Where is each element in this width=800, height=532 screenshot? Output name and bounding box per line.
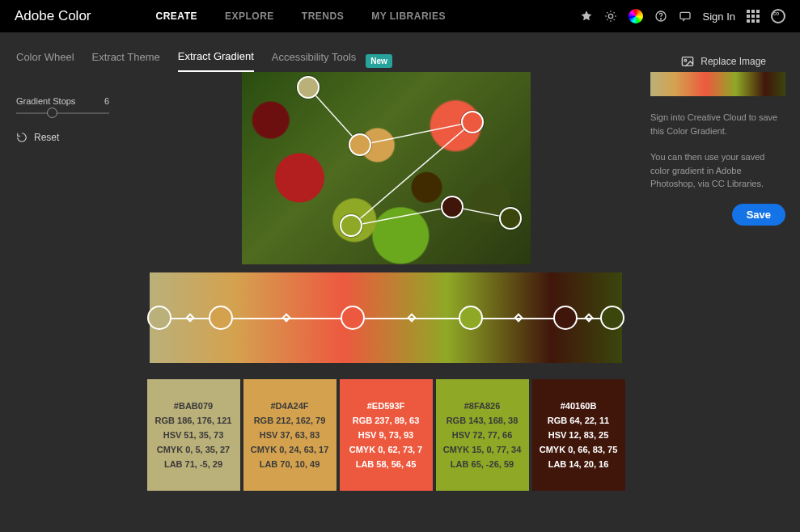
swatch-3-hsv: HSV 72, 77, 66: [452, 430, 513, 440]
swatch-3-cmyk: CMYK 15, 0, 77, 34: [443, 445, 522, 454]
swatch-0-rgb: RGB 186, 176, 121: [155, 416, 232, 425]
star-icon[interactable]: [580, 10, 593, 23]
main-area: Gradient Stops 6 Reset #BAB079RGB 186, 1…: [0, 72, 800, 491]
image-color-point-4[interactable]: [340, 214, 362, 237]
top-nav: CREATEEXPLORETRENDSMY LIBRARIES: [156, 11, 446, 22]
slider-thumb[interactable]: [47, 108, 57, 118]
gradient-midpoint-2[interactable]: [407, 313, 416, 322]
tab-extract-gradient[interactable]: Extract Gradient: [178, 50, 254, 72]
swatch-2-rgb: RGB 237, 89, 63: [353, 416, 420, 425]
reset-label: Reset: [34, 132, 59, 143]
swatch-0-lab: LAB 71, -5, 29: [164, 459, 222, 469]
slider-label: Gradient Stops: [16, 96, 75, 106]
apps-grid-icon[interactable]: [747, 10, 760, 23]
swatch-0-cmyk: CMYK 0, 5, 35, 27: [157, 445, 231, 454]
image-color-point-1[interactable]: [349, 133, 371, 156]
signin-hint-2: You can then use your saved color gradie…: [650, 150, 785, 191]
gradient-stop-2[interactable]: [341, 306, 365, 330]
swatch-2-hex: #ED593F: [367, 401, 404, 411]
swatch-3-lab: LAB 65, -26, 59: [451, 459, 514, 469]
top-bar: Adobe Color CREATEEXPLORETRENDSMY LIBRAR…: [0, 0, 800, 32]
right-panel: Sign into Creative Cloud to save this Co…: [650, 72, 800, 491]
gradient-midpoint-1[interactable]: [282, 313, 291, 322]
slider-value: 6: [104, 96, 109, 106]
swatch-2-hsv: HSV 9, 73, 93: [358, 430, 414, 440]
topnav-create[interactable]: CREATE: [156, 11, 197, 22]
swatch-4-rgb: RGB 64, 22, 11: [548, 416, 609, 425]
svg-point-2: [660, 19, 661, 19]
image-color-point-3[interactable]: [441, 196, 463, 218]
swatch-1[interactable]: #D4A24FRGB 212, 162, 79HSV 37, 63, 83CMY…: [243, 379, 337, 491]
creative-cloud-icon[interactable]: [771, 9, 785, 23]
svg-point-0: [608, 14, 612, 18]
color-wheel-icon[interactable]: [629, 9, 643, 23]
slider-header: Gradient Stops 6: [16, 96, 109, 106]
topnav-explore[interactable]: EXPLORE: [225, 11, 274, 22]
swatch-1-hex: #D4A24F: [270, 401, 308, 411]
tab-color-wheel[interactable]: Color Wheel: [16, 51, 74, 71]
gradient-stop-1[interactable]: [209, 306, 233, 330]
brightness-icon[interactable]: [604, 10, 617, 23]
swatch-0-hex: #BAB079: [174, 401, 213, 411]
save-button[interactable]: Save: [732, 204, 785, 226]
swatch-1-cmyk: CMYK 0, 24, 63, 17: [251, 445, 329, 454]
sub-tabs: Color WheelExtract ThemeExtract Gradient…: [0, 32, 800, 72]
image-color-point-2[interactable]: [461, 111, 484, 133]
left-panel: Gradient Stops 6 Reset: [0, 72, 121, 491]
gradient-stops-slider[interactable]: [16, 112, 109, 114]
swatch-1-rgb: RGB 212, 162, 79: [254, 416, 326, 425]
gradient-strip[interactable]: [150, 272, 622, 363]
new-badge: New: [366, 54, 392, 68]
swatch-4-lab: LAB 14, 20, 16: [548, 459, 609, 469]
connector-lines: [242, 72, 531, 264]
gradient-stop-5[interactable]: [600, 306, 624, 330]
swatch-2-cmyk: CMYK 0, 62, 73, 7: [349, 445, 423, 454]
feedback-icon[interactable]: [679, 10, 692, 23]
gradient-midpoint-0[interactable]: [185, 313, 194, 322]
tab-extract-theme[interactable]: Extract Theme: [92, 51, 160, 71]
sign-in-link[interactable]: Sign In: [703, 11, 735, 23]
swatch-1-hsv: HSV 37, 63, 83: [260, 430, 320, 440]
swatch-4-cmyk: CMYK 0, 66, 83, 75: [540, 445, 618, 454]
center-panel: #BAB079RGB 186, 176, 121HSV 51, 35, 73CM…: [121, 72, 650, 491]
svg-point-5: [684, 59, 687, 61]
topnav-my libraries[interactable]: MY LIBRARIES: [371, 11, 446, 22]
gradient-stop-0[interactable]: [147, 306, 171, 330]
swatch-3-hex: #8FA826: [464, 401, 501, 411]
gradient-midpoint-3[interactable]: [514, 313, 523, 322]
gradient-stop-4[interactable]: [553, 306, 578, 330]
source-image[interactable]: [242, 72, 531, 264]
reset-button[interactable]: Reset: [16, 132, 121, 143]
swatch-4-hsv: HSV 12, 83, 25: [548, 430, 609, 440]
replace-image-button[interactable]: Replace Image: [681, 56, 766, 67]
swatch-4-hex: #40160B: [561, 401, 597, 411]
replace-image-label: Replace Image: [701, 56, 766, 67]
brand-logo: Adobe Color: [15, 8, 91, 24]
swatch-0[interactable]: #BAB079RGB 186, 176, 121HSV 51, 35, 73CM…: [147, 379, 240, 491]
swatch-0-hsv: HSV 51, 35, 73: [163, 430, 224, 440]
gradient-preview: [650, 72, 785, 96]
swatch-2-lab: LAB 58, 56, 45: [356, 459, 417, 469]
help-icon[interactable]: [654, 10, 667, 23]
swatch-row: #BAB079RGB 186, 176, 121HSV 51, 35, 73CM…: [147, 379, 625, 491]
swatch-4[interactable]: #40160BRGB 64, 22, 11HSV 12, 83, 25CMYK …: [532, 379, 625, 491]
tab-accessibility-tools[interactable]: Accessibility Tools: [272, 51, 357, 71]
gradient-midpoint-4[interactable]: [584, 313, 593, 322]
svg-rect-3: [680, 12, 690, 19]
image-color-point-0[interactable]: [297, 76, 320, 99]
gradient-stop-3[interactable]: [459, 306, 483, 330]
topnav-trends[interactable]: TRENDS: [302, 11, 344, 22]
image-color-point-5[interactable]: [499, 207, 522, 230]
swatch-2[interactable]: #ED593FRGB 237, 89, 63HSV 9, 73, 93CMYK …: [340, 379, 433, 491]
swatch-3-rgb: RGB 143, 168, 38: [447, 416, 519, 425]
signin-hint-1: Sign into Creative Cloud to save this Co…: [650, 111, 785, 137]
swatch-1-lab: LAB 70, 10, 49: [260, 459, 320, 469]
swatch-3[interactable]: #8FA826RGB 143, 168, 38HSV 72, 77, 66CMY…: [436, 379, 529, 491]
top-bar-right: Sign In: [580, 9, 785, 23]
